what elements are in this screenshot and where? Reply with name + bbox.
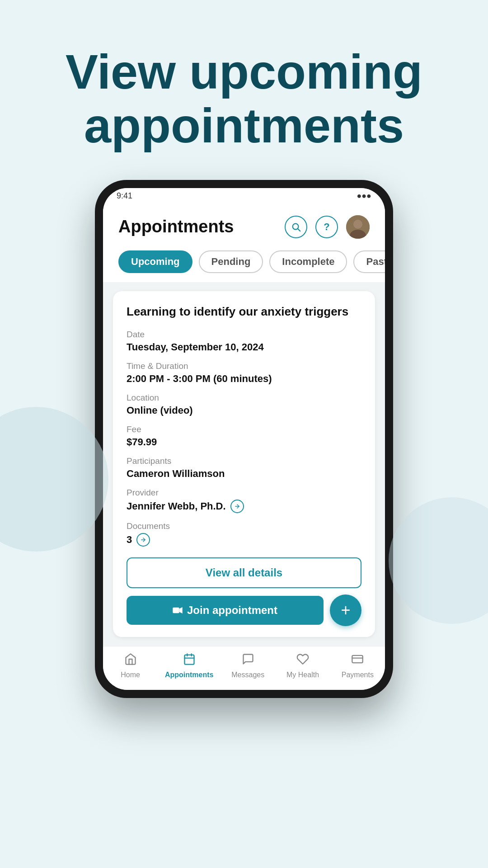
time-value: 2:00 PM - 3:00 PM (60 minutes) [127,373,361,385]
tab-pending[interactable]: Pending [199,250,263,273]
svg-rect-13 [352,655,363,662]
fee-field: Fee $79.99 [127,425,361,448]
user-avatar[interactable] [346,215,370,239]
join-row: Join appointment + [127,594,361,626]
provider-value: Jennifer Webb, Ph.D. [127,500,361,513]
join-appointment-button[interactable]: Join appointment [127,596,324,625]
nav-home-label: Home [121,671,140,679]
participants-label: Participants [127,456,361,466]
participants-field: Participants Cameron Williamson [127,456,361,480]
nav-my-health-label: My Health [286,671,319,679]
nav-appointments[interactable]: Appointments [165,653,214,679]
status-bar: 9:41 ●●● [103,188,385,204]
location-label: Location [127,393,361,403]
view-details-button[interactable]: View all details [127,557,361,588]
date-field: Date Tuesday, September 10, 2024 [127,330,361,353]
svg-marker-8 [179,607,183,613]
appointments-area: Learning to identify our anxiety trigger… [103,282,385,646]
nav-payments-label: Payments [342,671,374,679]
nav-messages[interactable]: Messages [228,653,268,679]
help-icon: ? [324,221,329,233]
appointment-card: Learning to identify our anxiety trigger… [113,291,375,637]
tab-incomplete[interactable]: Incomplete [269,250,347,273]
provider-field: Provider Jennifer Webb, Ph.D. [127,488,361,513]
page-title: Appointments [118,217,234,236]
location-field: Location Online (video) [127,393,361,416]
nav-appointments-label: Appointments [165,671,214,679]
status-time: 9:41 [117,191,132,201]
status-icons: ●●● [357,191,371,201]
camera-icon [173,604,183,617]
tab-upcoming[interactable]: Upcoming [118,250,192,273]
documents-value: 3 [127,533,361,547]
svg-rect-7 [173,607,179,613]
phone-frame: 9:41 ●●● Appointments ? [95,180,393,698]
header-icons: ? [285,215,370,239]
app-header: Appointments ? [103,204,385,246]
svg-line-1 [298,229,300,231]
fab-add-button[interactable]: + [330,594,361,626]
provider-label: Provider [127,488,361,498]
home-icon [124,653,137,669]
payments-icon [351,653,364,669]
card-actions: View all details Join appointment [127,557,361,626]
hero-title: View upcoming appointments [27,45,461,153]
nav-messages-label: Messages [231,671,264,679]
appointment-title: Learning to identify our anxiety trigger… [127,305,361,319]
time-label: Time & Duration [127,361,361,371]
participants-value: Cameron Williamson [127,468,361,480]
time-field: Time & Duration 2:00 PM - 3:00 PM (60 mi… [127,361,361,385]
my-health-icon [296,653,309,669]
documents-link-arrow[interactable] [136,533,150,547]
tabs-container: Upcoming Pending Incomplete Past [103,246,385,282]
phone-screen: 9:41 ●●● Appointments ? [103,188,385,690]
nav-home[interactable]: Home [110,653,151,679]
appointments-icon [183,653,196,669]
date-label: Date [127,330,361,340]
search-button[interactable] [285,216,307,238]
svg-point-3 [353,220,362,229]
messages-icon [242,653,254,669]
bottom-nav: Home Appointments [103,646,385,690]
documents-label: Documents [127,521,361,531]
svg-rect-9 [184,655,194,664]
date-value: Tuesday, September 10, 2024 [127,341,361,353]
documents-field: Documents 3 [127,521,361,547]
fee-value: $79.99 [127,436,361,448]
help-button[interactable]: ? [315,216,338,238]
provider-link-arrow[interactable] [230,500,244,513]
nav-my-health[interactable]: My Health [282,653,323,679]
tab-past[interactable]: Past [353,250,385,273]
fee-label: Fee [127,425,361,434]
location-value: Online (video) [127,405,361,416]
nav-payments[interactable]: Payments [337,653,378,679]
hero-section: View upcoming appointments [0,0,488,180]
